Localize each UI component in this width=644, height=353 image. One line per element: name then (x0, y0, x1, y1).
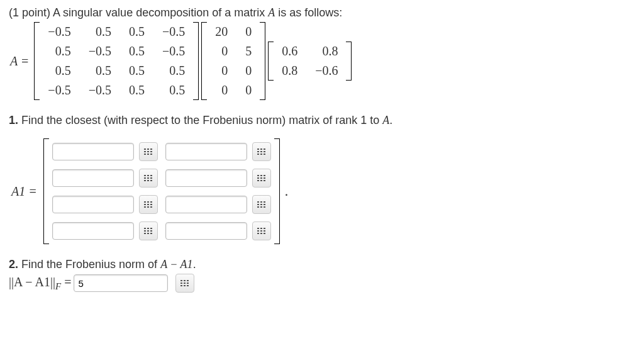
question-header: (1 point) A singular value decomposition… (9, 6, 635, 20)
matrix-A1-input (43, 138, 280, 244)
matrix-cell: 0 (206, 81, 236, 100)
matrix-cell: −0.5 (153, 22, 194, 42)
matrix-cell: −0.5 (153, 42, 194, 61)
matrix-cell: −0.5 (80, 81, 120, 100)
matrix-cell: 20 (206, 22, 236, 42)
matrix-cell-input[interactable] (165, 169, 247, 187)
matrix-cell: 0.5 (120, 42, 153, 61)
matrix-cell-input[interactable] (52, 222, 134, 240)
matrix-cell-input[interactable] (52, 169, 134, 187)
q2-prompt: 2. Find the Frobenius norm of A − A1. (9, 258, 635, 271)
matrix-cell-input[interactable] (165, 196, 247, 213)
matrix-cell: 0.5 (80, 61, 120, 81)
q1-prompt: 1. Find the closest (with respect to the… (9, 114, 635, 127)
matrix-cell: 0.8 (306, 42, 347, 61)
matrix-cell: 0.5 (120, 81, 153, 100)
matrix-cell-input[interactable] (52, 143, 134, 160)
keypad-icon[interactable] (139, 195, 158, 214)
matrix-cell: 0 (236, 81, 260, 100)
matrix-cell: −0.5 (39, 22, 79, 42)
keypad-icon[interactable] (252, 142, 271, 161)
q1-lhs: A1 = (11, 184, 37, 199)
frobenius-norm-input[interactable] (74, 274, 168, 292)
matrix-cell: 0 (206, 61, 236, 81)
q2-answer-row: ||A − A1||F = (9, 274, 635, 293)
keypad-icon[interactable] (252, 195, 271, 214)
matrix-cell: 0.5 (120, 22, 153, 42)
svd-lhs: A = (10, 54, 29, 69)
keypad-icon[interactable] (139, 142, 158, 161)
keypad-icon[interactable] (139, 169, 158, 188)
var-A: A (268, 6, 275, 19)
matrix-U: −0.50.50.5−0.50.5−0.50.5−0.50.50.50.50.5… (34, 22, 199, 100)
matrix-cell: 0.5 (153, 61, 194, 81)
svd-equation: A = −0.50.50.5−0.50.5−0.50.5−0.50.50.50.… (9, 22, 635, 100)
matrix-cell: −0.5 (39, 81, 79, 100)
matrix-cell: 0.6 (273, 42, 306, 61)
keypad-icon[interactable] (139, 221, 158, 240)
matrix-cell: 5 (236, 42, 260, 61)
matrix-cell: 0 (236, 61, 260, 81)
matrix-cell-input[interactable] (52, 196, 134, 213)
matrix-cell: 0.5 (39, 42, 79, 61)
matrix-cell: 0.5 (80, 22, 120, 42)
points-label: (1 point) (9, 6, 50, 19)
keypad-icon[interactable] (175, 274, 194, 293)
matrix-cell-input[interactable] (165, 222, 247, 240)
matrix-cell: −0.5 (80, 42, 120, 61)
q1-answer-row: A1 = . (9, 138, 635, 244)
matrix-cell: 0.5 (153, 81, 194, 100)
matrix-cell: 0.5 (39, 61, 79, 81)
keypad-icon[interactable] (252, 169, 271, 188)
matrix-cell-input[interactable] (165, 143, 247, 160)
matrix-cell: 0 (206, 42, 236, 61)
keypad-icon[interactable] (252, 221, 271, 240)
matrix-cell: 0.5 (120, 61, 153, 81)
matrix-cell: 0 (236, 22, 260, 42)
matrix-cell: −0.6 (306, 61, 347, 81)
matrix-S: 200050000 (201, 22, 265, 100)
matrix-V: 0.60.80.8−0.6 (268, 42, 352, 81)
matrix-cell: 0.8 (273, 61, 306, 81)
